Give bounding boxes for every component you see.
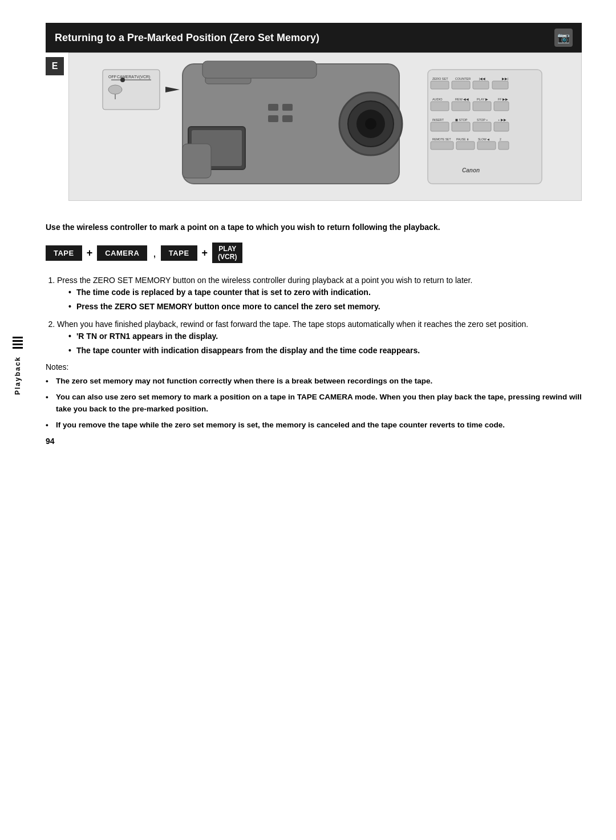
svg-rect-22 bbox=[202, 61, 317, 78]
svg-text:PAUSE ⏸: PAUSE ⏸ bbox=[456, 138, 469, 141]
step-1: Press the ZERO SET MEMORY button on the … bbox=[57, 274, 582, 313]
camera-svg: OFF CAMERA TV(VCR) bbox=[91, 58, 559, 195]
svg-text:FF ▶▶: FF ▶▶ bbox=[498, 98, 508, 101]
plus2-sign: + bbox=[202, 247, 208, 259]
svg-point-6 bbox=[108, 85, 122, 94]
svg-rect-36 bbox=[431, 102, 449, 111]
step2-text: When you have finished playback, rewind … bbox=[57, 320, 528, 329]
plus1-sign: + bbox=[87, 247, 93, 259]
svg-rect-45 bbox=[452, 122, 470, 131]
svg-point-5 bbox=[120, 78, 125, 82]
comma-sign: , bbox=[153, 247, 156, 260]
title-bar: Returning to a Pre-Marked Position (Zero… bbox=[46, 23, 582, 52]
play-vcr-button: PLAY (VCR) bbox=[212, 243, 242, 263]
svg-rect-55 bbox=[499, 142, 509, 150]
svg-rect-17 bbox=[268, 104, 278, 111]
svg-rect-38 bbox=[473, 102, 491, 111]
step-2: When you have finished playback, rewind … bbox=[57, 318, 582, 357]
svg-text:|◀◀: |◀◀ bbox=[479, 77, 485, 80]
svg-rect-28 bbox=[431, 81, 449, 89]
svg-rect-54 bbox=[477, 142, 496, 150]
intro-text: Use the wireless controller to mark a po… bbox=[46, 221, 582, 233]
notes-label: Notes: bbox=[46, 362, 582, 371]
svg-text:Canon: Canon bbox=[462, 167, 480, 173]
svg-text:2: 2 bbox=[500, 138, 501, 141]
svg-rect-31 bbox=[492, 81, 508, 89]
svg-marker-8 bbox=[165, 87, 180, 92]
svg-rect-52 bbox=[431, 142, 453, 150]
step1-bullet-1: The time code is replaced by a tape coun… bbox=[68, 286, 582, 298]
step2-bullets: 'R TN or RTN1 appears in the display. Th… bbox=[57, 330, 582, 357]
svg-text:SLOW ◀: SLOW ◀ bbox=[478, 138, 489, 141]
camera-image-area: OFF CAMERA TV(VCR) bbox=[68, 52, 582, 201]
page-number: 94 bbox=[46, 437, 55, 446]
svg-point-13 bbox=[365, 118, 376, 130]
svg-rect-21 bbox=[183, 144, 211, 178]
notes-list: The zero set memory may not function cor… bbox=[46, 375, 582, 431]
svg-rect-30 bbox=[473, 81, 489, 89]
svg-text:AUDIO: AUDIO bbox=[432, 98, 443, 101]
step1-bullet-2: Press the ZERO SET MEMORY button once mo… bbox=[68, 301, 582, 313]
svg-text:REW ◀◀: REW ◀◀ bbox=[455, 98, 469, 101]
note-2: You can also use zero set memory to mark… bbox=[46, 391, 582, 415]
note-1: The zero set memory may not function cor… bbox=[46, 375, 582, 387]
deco-line-1 bbox=[13, 337, 23, 338]
play-label: PLAY bbox=[218, 245, 236, 253]
image-col: OFF CAMERA TV(VCR) bbox=[68, 52, 582, 212]
step2-bullet-1: 'R TN or RTN1 appears in the display. bbox=[68, 330, 582, 342]
camera-button: CAMERA bbox=[97, 245, 147, 261]
main-content: Use the wireless controller to mark a po… bbox=[46, 221, 582, 431]
notes-section: Notes: The zero set memory may not funct… bbox=[46, 362, 582, 431]
svg-rect-53 bbox=[456, 142, 475, 150]
e-badge: E bbox=[46, 57, 64, 75]
button-row: TAPE + CAMERA , TAPE + PLAY (VCR) bbox=[46, 243, 582, 263]
steps-list: Press the ZERO SET MEMORY button on the … bbox=[46, 274, 582, 357]
svg-text:INSERT: INSERT bbox=[432, 118, 444, 122]
svg-text:CAMERA: CAMERA bbox=[117, 75, 134, 79]
step1-bullets: The time code is replaced by a tape coun… bbox=[57, 286, 582, 313]
svg-rect-29 bbox=[452, 81, 470, 89]
svg-text:▶▶|: ▶▶| bbox=[502, 77, 508, 80]
svg-text:COUNTER: COUNTER bbox=[455, 77, 471, 80]
svg-rect-20 bbox=[282, 115, 293, 122]
tape1-button: TAPE bbox=[46, 245, 82, 261]
svg-rect-44 bbox=[431, 122, 449, 131]
deco-line-3 bbox=[13, 344, 23, 345]
note-3: If you remove the tape while the zero se… bbox=[46, 419, 582, 431]
vcr-label: (VCR) bbox=[218, 253, 237, 261]
e-badge-col: E bbox=[46, 52, 64, 212]
deco-line-4 bbox=[13, 347, 23, 349]
svg-text:TV(VCR): TV(VCR) bbox=[134, 75, 150, 79]
svg-text:◼ STOP: ◼ STOP bbox=[455, 118, 468, 122]
svg-text:ZERO SET: ZERO SET bbox=[432, 77, 448, 80]
svg-text:+ ▶▶: + ▶▶ bbox=[498, 118, 506, 122]
svg-text:STOP +: STOP + bbox=[477, 118, 488, 122]
svg-text:PLAY ▶: PLAY ▶ bbox=[477, 98, 488, 101]
svg-rect-37 bbox=[452, 102, 470, 111]
svg-text:REMOTE SET: REMOTE SET bbox=[432, 138, 451, 141]
camera-illustration: OFF CAMERA TV(VCR) bbox=[69, 53, 581, 200]
step1-text: Press the ZERO SET MEMORY button on the … bbox=[57, 276, 472, 285]
playback-label: Playback bbox=[14, 356, 22, 395]
playback-sidebar: Playback bbox=[13, 337, 23, 395]
tape2-button: TAPE bbox=[161, 245, 197, 261]
step2-bullet-2: The tape counter with indication disappe… bbox=[68, 345, 582, 357]
sidebar-lines bbox=[13, 337, 23, 349]
svg-rect-19 bbox=[268, 115, 278, 122]
svg-rect-39 bbox=[494, 102, 509, 111]
top-section: E OFF CAMERA TV(VCR) bbox=[46, 52, 582, 212]
remote-icon: 📷 bbox=[554, 29, 573, 47]
svg-rect-18 bbox=[282, 104, 293, 111]
svg-text:OFF: OFF bbox=[108, 75, 116, 79]
deco-line-2 bbox=[13, 340, 23, 342]
page-title: Returning to a Pre-Marked Position (Zero… bbox=[55, 32, 319, 44]
svg-rect-47 bbox=[494, 122, 509, 131]
svg-rect-46 bbox=[473, 122, 491, 131]
